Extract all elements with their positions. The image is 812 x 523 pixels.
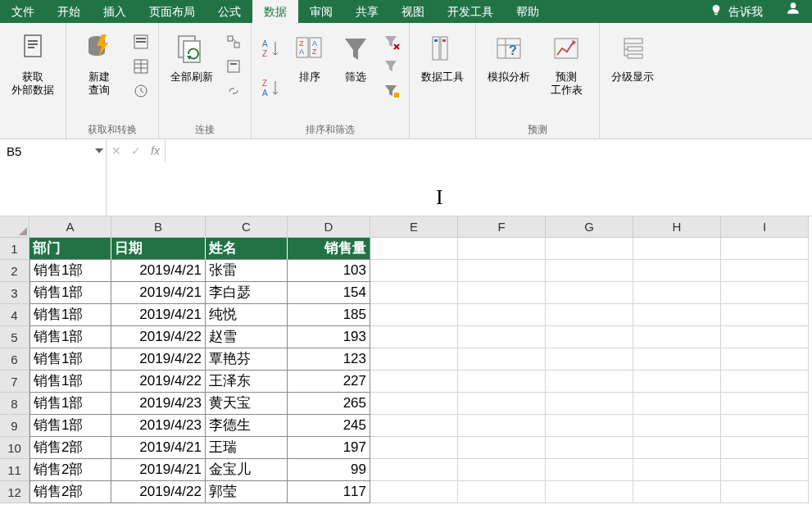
cell-C10[interactable]: 王瑞 — [206, 437, 288, 459]
col-header-H[interactable]: H — [633, 216, 721, 238]
cell-F2[interactable] — [458, 260, 546, 282]
cell-I1[interactable] — [721, 238, 809, 260]
row-header-5[interactable]: 5 — [0, 326, 29, 348]
col-header-A[interactable]: A — [29, 216, 111, 238]
menu-view[interactable]: 视图 — [390, 0, 436, 23]
cell-F8[interactable] — [458, 393, 546, 415]
cell-F5[interactable] — [458, 326, 546, 348]
col-header-G[interactable]: G — [546, 216, 633, 238]
fx-button[interactable]: fx — [151, 139, 160, 162]
cell-I12[interactable] — [721, 481, 809, 503]
row-header-6[interactable]: 6 — [0, 348, 29, 371]
select-all-cell[interactable] — [0, 216, 29, 238]
col-header-E[interactable]: E — [370, 216, 458, 238]
cell-F3[interactable] — [458, 282, 546, 304]
properties-button[interactable] — [223, 56, 244, 77]
cell-C5[interactable]: 赵雪 — [206, 326, 288, 348]
cell-D4[interactable]: 185 — [288, 304, 370, 326]
cell-I6[interactable] — [721, 348, 809, 371]
cell-D10[interactable]: 197 — [288, 437, 370, 459]
cell-D9[interactable]: 245 — [288, 415, 370, 437]
cell-E10[interactable] — [370, 437, 458, 459]
cell-E3[interactable] — [370, 282, 458, 304]
cell-B5[interactable]: 2019/4/22 — [111, 326, 206, 348]
formula-input[interactable] — [166, 139, 812, 216]
cell-C9[interactable]: 李德生 — [206, 415, 288, 437]
cell-I4[interactable] — [721, 304, 809, 326]
cell-B4[interactable]: 2019/4/21 — [111, 304, 206, 326]
col-header-D[interactable]: D — [288, 216, 370, 238]
cell-H1[interactable] — [633, 238, 721, 260]
cell-B2[interactable]: 2019/4/21 — [111, 260, 206, 282]
col-header-C[interactable]: C — [206, 216, 288, 238]
row-header-12[interactable]: 12 — [0, 481, 29, 503]
edit-links-button[interactable] — [223, 80, 244, 102]
cell-G11[interactable] — [546, 459, 633, 481]
menu-help[interactable]: 帮助 — [505, 0, 551, 23]
cancel-formula-button[interactable]: ✕ — [111, 139, 121, 162]
cell-F4[interactable] — [458, 304, 546, 326]
cell-E4[interactable] — [370, 304, 458, 326]
menu-share[interactable]: 共享 — [344, 0, 390, 23]
cell-D3[interactable]: 154 — [288, 282, 370, 304]
cell-A3[interactable]: 销售1部 — [29, 282, 111, 304]
cell-B11[interactable]: 2019/4/21 — [111, 459, 206, 481]
cell-A5[interactable]: 销售1部 — [29, 326, 111, 348]
cell-I10[interactable] — [721, 437, 809, 459]
sort-button[interactable]: ZAAZ 排序 — [289, 28, 330, 87]
cell-F11[interactable] — [458, 459, 546, 481]
clear-filter-button[interactable] — [381, 31, 402, 52]
cell-I11[interactable] — [721, 459, 809, 481]
cell-H9[interactable] — [633, 415, 721, 437]
cell-A1[interactable]: 部门 — [29, 238, 111, 260]
cell-E12[interactable] — [370, 481, 458, 503]
cell-F9[interactable] — [458, 415, 546, 437]
cell-D6[interactable]: 123 — [288, 348, 370, 371]
cell-G12[interactable] — [546, 481, 633, 503]
sort-asc-button[interactable]: AZ — [258, 36, 284, 62]
cell-B9[interactable]: 2019/4/23 — [111, 415, 206, 437]
cell-G3[interactable] — [546, 282, 633, 304]
outline-button[interactable]: 分级显示 — [606, 28, 659, 87]
cell-B3[interactable]: 2019/4/21 — [111, 282, 206, 304]
col-header-I[interactable]: I — [721, 216, 809, 238]
what-if-button[interactable]: ? 模拟分析 — [483, 28, 535, 87]
cell-D2[interactable]: 103 — [288, 260, 370, 282]
cell-F7[interactable] — [458, 371, 546, 393]
menu-formulas[interactable]: 公式 — [206, 0, 252, 23]
show-queries-button[interactable] — [130, 31, 152, 52]
name-box[interactable] — [0, 139, 92, 162]
cell-E2[interactable] — [370, 260, 458, 282]
cell-F1[interactable] — [458, 238, 546, 260]
connections-button[interactable] — [223, 31, 244, 52]
cell-H8[interactable] — [633, 393, 721, 415]
cell-H7[interactable] — [633, 371, 721, 393]
cell-H6[interactable] — [633, 348, 721, 371]
cell-C7[interactable]: 王泽东 — [206, 371, 288, 393]
cell-I3[interactable] — [721, 282, 809, 304]
cell-E9[interactable] — [370, 415, 458, 437]
cell-H5[interactable] — [633, 326, 721, 348]
cell-G4[interactable] — [546, 304, 633, 326]
cell-E11[interactable] — [370, 459, 458, 481]
cell-G1[interactable] — [546, 238, 633, 260]
cell-F12[interactable] — [458, 481, 546, 503]
cell-F6[interactable] — [458, 348, 546, 371]
cell-E5[interactable] — [370, 326, 458, 348]
reapply-button[interactable] — [381, 56, 402, 77]
get-external-data-button[interactable]: 获取 外部数据 — [7, 28, 59, 100]
menu-review[interactable]: 审阅 — [298, 0, 344, 23]
cell-D1[interactable]: 销售量 — [288, 238, 370, 260]
cell-H4[interactable] — [633, 304, 721, 326]
cell-A6[interactable]: 销售1部 — [29, 348, 111, 371]
cell-B1[interactable]: 日期 — [111, 238, 206, 260]
row-header-10[interactable]: 10 — [0, 437, 29, 459]
filter-button[interactable]: 筛选 — [335, 28, 376, 87]
tell-me[interactable]: 告诉我 — [699, 0, 774, 23]
account-icon[interactable] — [774, 0, 812, 23]
row-header-8[interactable]: 8 — [0, 393, 29, 415]
cell-H10[interactable] — [633, 437, 721, 459]
cell-E6[interactable] — [370, 348, 458, 371]
cell-A11[interactable]: 销售2部 — [29, 459, 111, 481]
cell-G7[interactable] — [546, 371, 633, 393]
